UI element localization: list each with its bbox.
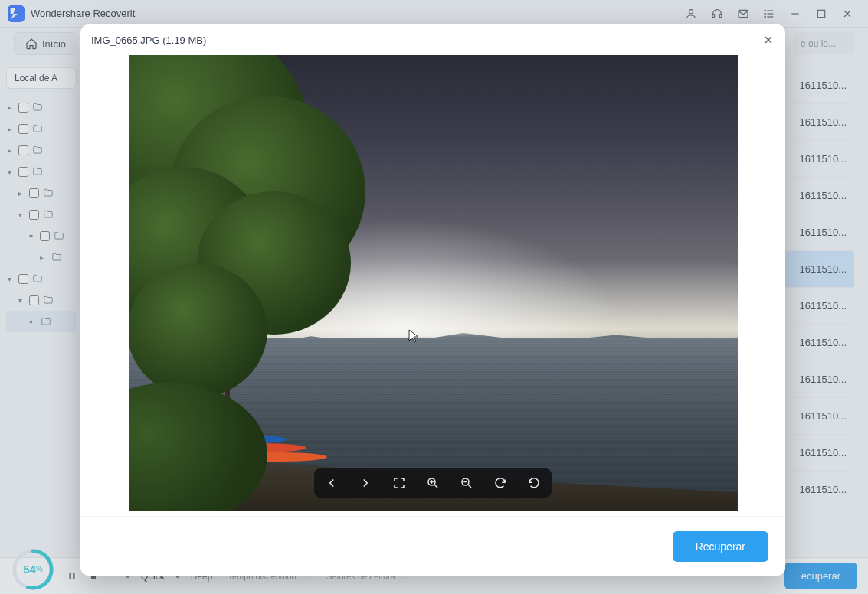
svg-line-24 (434, 485, 437, 488)
modal-title: IMG_0665.JPG (1.19 MB) (91, 34, 206, 46)
rotate-ccw-button[interactable] (524, 473, 544, 493)
prev-button[interactable] (322, 473, 342, 493)
preview-image (129, 55, 738, 511)
zoom-out-button[interactable] (457, 473, 477, 493)
recover-button-modal[interactable]: Recuperar (673, 531, 768, 562)
modal-close-button[interactable] (762, 34, 775, 46)
image-toolbar (314, 468, 552, 498)
fullscreen-button[interactable] (389, 473, 409, 493)
modal-header: IMG_0665.JPG (1.19 MB) (80, 24, 785, 55)
rotate-cw-button[interactable] (490, 473, 510, 493)
modal-footer: Recuperar (80, 516, 785, 576)
next-button[interactable] (355, 473, 375, 493)
preview-modal: IMG_0665.JPG (1.19 MB) (80, 24, 785, 576)
tree (129, 55, 394, 511)
svg-line-28 (468, 485, 471, 488)
preview-zone (80, 55, 785, 516)
zoom-in-button[interactable] (423, 473, 443, 493)
cursor-icon (408, 329, 421, 344)
